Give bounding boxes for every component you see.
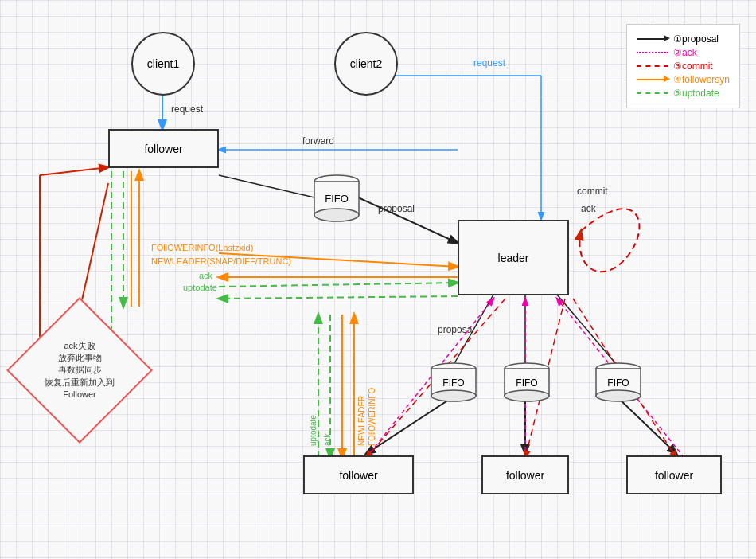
ack-vert-label: ack <box>323 334 332 446</box>
legend-label-commit: ③commit <box>673 61 713 72</box>
ack-fail-diamond: ack失败放弃此事物再数据同步恢复后重新加入到Follower <box>20 311 139 430</box>
follower-bottom-center-node: follower <box>303 455 414 494</box>
request-left-label: request <box>171 104 203 115</box>
fifo-top-label: FIFO <box>325 193 349 205</box>
client2-label: client2 <box>350 57 382 70</box>
legend-item-uptodate: ⑤uptodate <box>637 88 730 99</box>
proposal-top-label: proposal <box>378 203 415 214</box>
followerinfo-label: FOllOWERINFO(Lastzxid) <box>151 243 253 252</box>
legend-item-ack: ②ack <box>637 47 730 58</box>
svg-line-31 <box>80 183 108 311</box>
legend-item-commit: ③commit <box>637 61 730 72</box>
fifo-top-node: FIFO <box>313 174 360 223</box>
legend: ①proposal ②ack ③commit ④followersyn ⑤upt… <box>626 24 740 108</box>
svg-line-8 <box>219 283 458 287</box>
fifo-bottom1-node: FIFO <box>430 362 477 404</box>
legend-label-proposal: ①proposal <box>673 33 719 45</box>
follower-bottom-right2-label: follower <box>655 469 693 482</box>
svg-line-15 <box>617 397 676 454</box>
legend-label-uptodate: ⑤uptodate <box>673 88 719 99</box>
follower-bottom-right1-node: follower <box>481 455 569 494</box>
fifo-bottom3-node: FIFO <box>594 362 642 404</box>
newleader-vert-label: NEWLEADER <box>357 334 366 446</box>
client1-node: client1 <box>131 32 195 96</box>
fifo-bottom2-label: FIFO <box>516 377 537 389</box>
ack-fail-text: ack失败放弃此事物再数据同步恢复后重新加入到Follower <box>45 340 115 401</box>
request-right-label: request <box>473 57 505 68</box>
svg-line-14 <box>557 295 617 365</box>
svg-point-40 <box>431 390 476 401</box>
svg-line-11 <box>366 397 454 454</box>
forward-label: forward <box>302 135 334 147</box>
ack-mid-label: ack <box>199 271 212 280</box>
uptodate-label: uptodate <box>183 283 217 292</box>
svg-point-46 <box>596 390 641 401</box>
client1-label: client1 <box>147 57 179 70</box>
leader-label: leader <box>498 252 529 264</box>
follower-top-left-node: follower <box>108 129 219 168</box>
svg-line-9 <box>219 296 458 299</box>
legend-label-ack: ②ack <box>673 47 697 58</box>
fifo-bottom2-node: FIFO <box>503 362 551 404</box>
svg-point-43 <box>505 390 549 401</box>
svg-point-37 <box>314 209 359 221</box>
uptodate-vert-label: uptodate <box>309 334 318 446</box>
client2-node: client2 <box>334 32 398 96</box>
leader-node: leader <box>458 220 569 295</box>
follower-bottom-right1-label: follower <box>506 469 544 482</box>
ack-top-label: ack <box>581 203 596 214</box>
newleader-label: NEWLEADER(SNAP/DIFF/TRUNC) <box>151 256 291 266</box>
commit-label: commit <box>577 186 608 197</box>
follower-bottom-center-label: follower <box>339 469 377 482</box>
followerinfo-vert-label: FOllOWERINFO <box>368 334 376 446</box>
fifo-bottom1-label: FIFO <box>442 377 464 389</box>
follower-bottom-right2-node: follower <box>626 455 722 494</box>
legend-item-followersyn: ④followersyn <box>637 74 730 85</box>
follower-top-left-label: follower <box>144 143 182 155</box>
svg-line-5 <box>219 175 314 197</box>
proposal-bottom-label: proposal <box>438 324 474 335</box>
svg-line-34 <box>40 167 108 175</box>
legend-item-proposal: ①proposal <box>637 33 730 45</box>
legend-label-followersyn: ④followersyn <box>673 74 730 85</box>
fifo-bottom3-label: FIFO <box>607 377 629 389</box>
